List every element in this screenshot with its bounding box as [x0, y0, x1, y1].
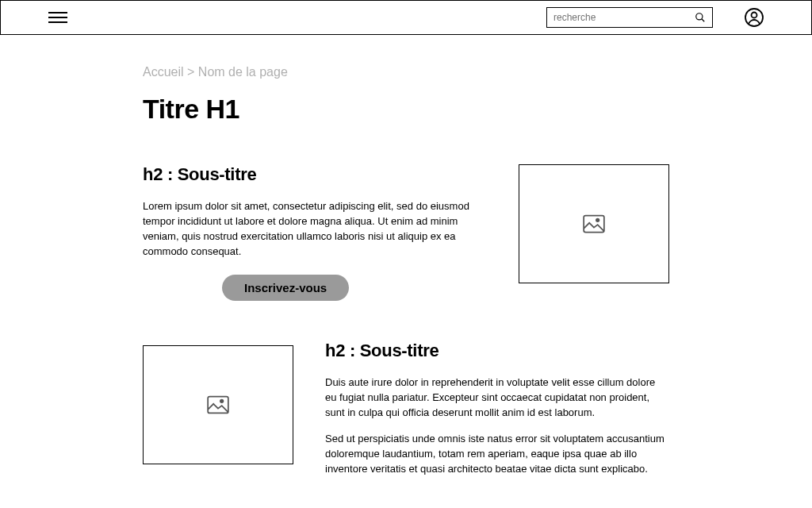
image-icon [207, 395, 229, 414]
breadcrumb-home[interactable]: Accueil [143, 65, 184, 79]
svg-point-3 [752, 13, 757, 18]
section-1: h2 : Sous-titre Lorem ipsum dolor sit am… [143, 164, 669, 301]
search-icon [695, 12, 706, 23]
page-content: Accueil > Nom de la page Titre H1 h2 : S… [0, 35, 812, 487]
user-avatar-icon[interactable] [745, 8, 764, 27]
menu-button[interactable] [48, 12, 67, 23]
breadcrumb-separator: > [187, 65, 194, 79]
section-2-text: h2 : Sous-titre Duis aute irure dolor in… [325, 341, 669, 487]
breadcrumb-current: Nom de la page [198, 65, 288, 79]
svg-line-1 [702, 19, 705, 22]
section-2: h2 : Sous-titre Duis aute irure dolor in… [143, 341, 669, 487]
section-1-image-placeholder [519, 164, 669, 283]
section-2-heading: h2 : Sous-titre [325, 341, 669, 361]
section-1-heading: h2 : Sous-titre [143, 164, 487, 185]
signup-button[interactable]: Inscrivez-vous [222, 275, 349, 301]
page-title: Titre H1 [143, 94, 669, 125]
section-2-body-2: Sed ut perspiciatis unde omnis iste natu… [325, 432, 669, 477]
search-box[interactable] [546, 7, 713, 28]
section-1-body: Lorem ipsum dolor sit amet, consectetur … [143, 199, 487, 259]
breadcrumb: Accueil > Nom de la page [143, 65, 669, 79]
top-bar [0, 0, 812, 35]
search-input[interactable] [553, 12, 695, 23]
svg-rect-4 [584, 216, 604, 233]
topbar-right [546, 7, 764, 28]
svg-rect-6 [208, 397, 228, 414]
svg-point-7 [220, 400, 224, 403]
section-2-image-placeholder [143, 345, 293, 464]
section-2-body-1: Duis aute irure dolor in reprehenderit i… [325, 375, 669, 421]
svg-point-0 [696, 13, 703, 20]
section-1-text: h2 : Sous-titre Lorem ipsum dolor sit am… [143, 164, 487, 301]
image-icon [583, 214, 605, 233]
svg-point-5 [596, 219, 599, 222]
